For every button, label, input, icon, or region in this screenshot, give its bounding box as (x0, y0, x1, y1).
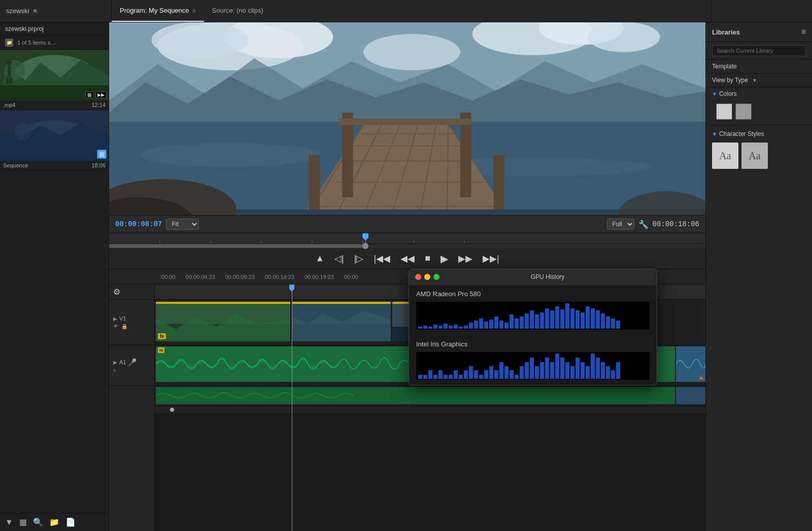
media-info-mp4: .mp4 12:14 (0, 100, 109, 110)
gpu-bar (459, 327, 463, 329)
tab-program-sequence[interactable]: Program: My Sequence ≡ (112, 0, 204, 22)
tab-source-clips[interactable]: Source: (no clips) (204, 0, 272, 22)
char-style-card-2[interactable]: Aa (741, 143, 768, 169)
audio-badge: ▶▶ (95, 91, 107, 98)
libraries-header: Libraries ≡ (706, 22, 812, 42)
new-item-btn[interactable]: 📄 (64, 516, 77, 528)
search-input[interactable] (712, 45, 806, 56)
gpu-window-controls (415, 274, 439, 280)
svg-point-28 (140, 143, 321, 167)
mark-in-btn[interactable]: ◁| (332, 251, 346, 266)
search-field-container (706, 42, 812, 60)
gpu-bar (484, 322, 488, 329)
timeline-ruler-label-3: 00:00:14:23 (265, 274, 294, 280)
video-clip-2[interactable] (292, 302, 391, 341)
media-duration-sequence: 18:06 (91, 162, 106, 168)
template-section-header[interactable]: Template (706, 60, 812, 74)
gpu-bar (438, 326, 443, 329)
svg-point-24 (363, 34, 460, 70)
gpu-bar (525, 362, 529, 379)
main-content: szewski.prproj 📁 1 of 5 items s… (0, 22, 812, 531)
step-fwd-btn[interactable]: ▶▶ (456, 251, 475, 266)
char-style-cards: Aa Aa (712, 139, 806, 172)
new-bin-btn[interactable]: 📁 (48, 516, 60, 528)
audio-track-label: ▶ A1 🎤 S (109, 345, 154, 386)
step-back-btn[interactable]: ◀◀ (398, 251, 417, 266)
fit-dropdown[interactable]: Fit 25% 50% 75% 100% (166, 219, 199, 230)
gpu-bar (444, 375, 448, 379)
gpu-bar (591, 353, 595, 379)
video-clip-1[interactable]: fx (156, 302, 290, 341)
svg-point-20 (152, 22, 249, 58)
video-track-lock-icon[interactable]: 🔒 (121, 324, 127, 329)
add-marker-btn[interactable]: ▲ (313, 251, 326, 266)
search-btn[interactable]: 🔍 (32, 516, 44, 528)
audio-clip-right[interactable]: fx fx (676, 346, 705, 382)
audio-track-area2[interactable] (155, 386, 705, 406)
char-style-card-1[interactable]: Aa (712, 143, 738, 169)
gpu-bar (504, 323, 509, 329)
gpu-bar (428, 370, 432, 379)
audio-clip-bottom[interactable] (156, 387, 675, 404)
video-track-eye-icon[interactable]: 👁 (113, 324, 118, 329)
timecode-end: 00:00:18:06 (653, 220, 699, 228)
go-to-out-btn[interactable]: ▶▶| (481, 251, 501, 266)
gpu-bar (611, 370, 615, 379)
gpu-bar (438, 370, 443, 379)
gpu-bar (616, 321, 620, 329)
gpu-bar (586, 306, 590, 329)
gpu-bar (565, 303, 569, 329)
char-styles-title-row[interactable]: ▼ Character Styles (712, 128, 806, 139)
colors-section-title[interactable]: ▼ Colors (706, 87, 812, 100)
monitor-scrubber[interactable] (109, 244, 705, 248)
svg-rect-15 (0, 110, 109, 161)
gpu-bar (449, 326, 453, 329)
window-min-btn[interactable] (424, 274, 430, 280)
expand-track-icon[interactable]: ▶ (113, 316, 117, 322)
color-swatch-1[interactable] (716, 103, 732, 120)
gpu-bar (535, 314, 539, 329)
mic-icon[interactable]: 🎤 (128, 358, 137, 366)
monitor-ruler[interactable] (109, 233, 705, 244)
list-view-btn[interactable]: ▼ (4, 517, 14, 528)
gpu-bar (555, 306, 559, 329)
window-close-btn[interactable] (415, 274, 421, 280)
timeline-scrollbar[interactable] (155, 406, 705, 413)
tab-program-menu-icon[interactable]: ≡ (192, 7, 196, 14)
quality-dropdown[interactable]: Full 1/2 1/4 1/8 (607, 219, 634, 230)
settings-icon[interactable]: 🔧 (638, 220, 649, 229)
go-to-in-btn[interactable]: |◀◀ (371, 251, 392, 266)
media-list: ▦ ▶▶ .mp4 12:14 (0, 50, 109, 513)
gpu-bar (530, 310, 534, 329)
window-max-btn[interactable] (433, 274, 439, 280)
media-item-sequence[interactable]: ▦ Sequence 18:06 (0, 110, 109, 170)
libraries-menu-icon[interactable]: ≡ (801, 27, 806, 37)
gpu-bar (454, 370, 458, 379)
timeline-tool-icon[interactable]: ⚙ (113, 287, 120, 297)
mark-out-btn[interactable]: |▷ (352, 251, 366, 266)
scrub-handle[interactable] (362, 243, 368, 249)
right-panel-libraries: Libraries ≡ Template View by Type ▼ ▼ Co… (705, 22, 812, 531)
transport-controls: ▲ ◁| |▷ |◀◀ ◀◀ ■ ▶ ▶▶ ▶▶| (109, 248, 705, 269)
gpu-bar (576, 358, 580, 379)
hamburger-icon[interactable]: ≡ (33, 7, 38, 15)
gpu-bar (601, 362, 605, 379)
media-name-mp4: .mp4 (3, 102, 15, 108)
svg-rect-44 (460, 113, 471, 197)
expand-audio-icon[interactable]: ▶ (113, 360, 117, 365)
gpu-bar (459, 375, 463, 379)
svg-rect-46 (339, 119, 471, 125)
stop-btn[interactable]: ■ (423, 251, 432, 266)
gpu-bar (596, 310, 600, 329)
libraries-title: Libraries (712, 28, 740, 36)
gpu-bar (418, 375, 422, 379)
audio-clip-bottom-right[interactable] (676, 387, 705, 404)
project-name-topbar: szewski (6, 7, 29, 15)
gpu-bar (520, 366, 524, 379)
media-item-mp4[interactable]: ▦ ▶▶ .mp4 12:14 (0, 50, 109, 110)
play-btn[interactable]: ▶ (438, 251, 450, 267)
video-monitor: 00:00:08:07 Fit 25% 50% 75% 100% Full 1/… (109, 22, 705, 269)
icon-view-btn[interactable]: ▦ (18, 516, 28, 528)
view-by-type-row[interactable]: View by Type ▼ (706, 74, 812, 87)
color-swatch-2[interactable] (735, 103, 752, 120)
